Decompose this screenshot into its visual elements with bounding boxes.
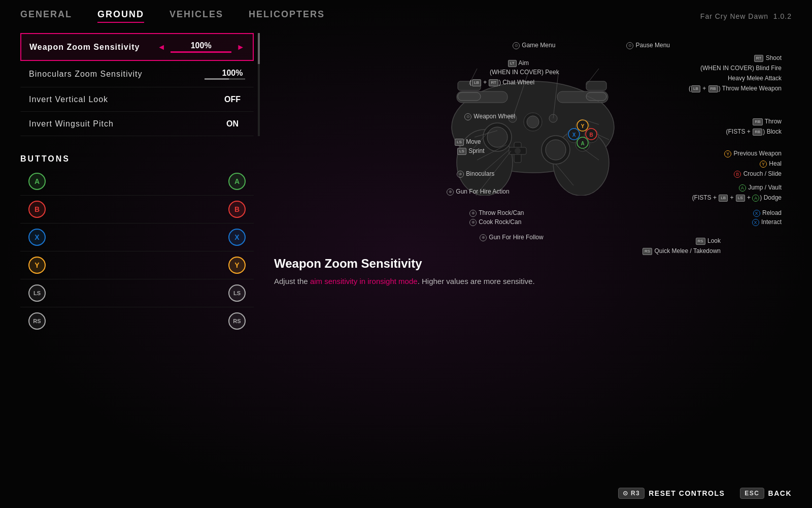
button-row-b[interactable]: B B — [20, 196, 254, 224]
rt-icon: RT — [489, 79, 498, 86]
rs-icon2: RS — [642, 248, 652, 255]
nav-tabs: GENERAL GROUND VEHICLES HELICOPTERS — [20, 9, 325, 23]
back-button[interactable]: Esc BACK — [740, 488, 792, 499]
label-throw-rock: ⊕ Throw Rock/Can — [469, 208, 524, 217]
dpad-icon: ⊕ — [457, 171, 464, 178]
svg-rect-8 — [586, 81, 606, 90]
button-row-rs[interactable]: RS RS — [20, 307, 254, 335]
btn-b-right[interactable]: B — [228, 201, 246, 218]
svg-text:X: X — [572, 132, 576, 138]
bino-zoom-value: 100% — [220, 69, 245, 78]
invert-wingsuit-value: ON — [220, 119, 245, 129]
svg-point-16 — [546, 140, 566, 160]
rb-icon: ⊙ — [626, 42, 633, 49]
svg-rect-6 — [586, 92, 606, 101]
setting-weapon-zoom-control: ◄ 100% ► — [157, 41, 245, 53]
label-cook-rock: ⊕ Cook Rock/Can — [469, 217, 521, 227]
label-shoot: RT Shoot — [754, 53, 782, 62]
right-panel: Y B A X — [264, 28, 812, 483]
back-key: Esc — [740, 488, 764, 499]
ui-root: GENERAL GROUND VEHICLES HELICOPTERS Far … — [0, 0, 812, 508]
tab-general[interactable]: GENERAL — [20, 9, 72, 23]
weapon-zoom-right-arrow[interactable]: ► — [236, 43, 245, 52]
label-binoculars: ⊕ Binoculars — [457, 169, 494, 178]
label-blind-fire: (WHEN IN COVER) Blind Fire — [700, 64, 782, 73]
svg-rect-5 — [458, 92, 481, 101]
bino-zoom-slider[interactable] — [205, 78, 245, 80]
btn-ls-right[interactable]: LS — [228, 284, 246, 302]
x-icon2: X — [752, 219, 759, 226]
tab-helicopters[interactable]: HELICOPTERS — [249, 9, 325, 23]
reset-key: ⊙ R3 — [618, 488, 645, 499]
main-content: Weapon Zoom Sensitivity ◄ 100% ► — [0, 28, 812, 483]
dpad4-icon: ⊕ — [469, 219, 477, 226]
button-row-y[interactable]: Y Y — [20, 251, 254, 279]
scrollbar-thumb — [258, 33, 260, 64]
label-heal: Y Heal — [760, 159, 782, 168]
setting-invert-wingsuit[interactable]: Invert Wingsuit Pitch ON — [20, 112, 254, 136]
svg-point-14 — [487, 127, 507, 147]
setting-bino-zoom[interactable]: Binoculars Zoom Sensitivity 100% — [20, 61, 254, 87]
label-throw: RB Throw — [752, 117, 782, 126]
bottom-bar: ⊙ R3 RESET CONTROLS Esc BACK — [0, 483, 812, 508]
btn-ls-left[interactable]: LS — [28, 284, 46, 302]
svg-text:A: A — [581, 141, 584, 146]
left-panel: Weapon Zoom Sensitivity ◄ 100% ► — [0, 28, 264, 483]
setting-invert-vertical[interactable]: Invert Vertical Look OFF — [20, 87, 254, 112]
btn-a-right[interactable]: A — [228, 173, 246, 190]
dpad5-icon: ⊕ — [480, 234, 487, 241]
view-icon: ⊙ — [464, 113, 471, 120]
tab-vehicles[interactable]: VEHICLES — [170, 9, 223, 23]
label-block: (FISTS + RB) Block — [726, 127, 782, 136]
btn-y-right[interactable]: Y — [228, 257, 246, 274]
button-row-x[interactable]: X X — [20, 224, 254, 251]
label-weapon-wheel: ⊙ Weapon Wheel — [464, 112, 515, 121]
setting-bino-zoom-label: Binoculars Zoom Sensitivity — [29, 70, 143, 79]
weapon-zoom-slider-track[interactable] — [171, 51, 231, 53]
weapon-zoom-left-arrow[interactable]: ◄ — [157, 43, 165, 52]
btn-x-left[interactable]: X — [28, 229, 46, 246]
dpad3-icon: ⊕ — [469, 210, 477, 217]
weapon-zoom-value: 100% — [188, 41, 214, 50]
button-row-a[interactable]: A A — [20, 168, 254, 196]
label-dodge: (FISTS + LB + LS + A) Dodge — [692, 193, 782, 202]
invert-vertical-value: OFF — [220, 95, 245, 104]
btn-b-left[interactable]: B — [28, 201, 46, 218]
label-peek: (WHEN IN COVER) Peek — [490, 68, 559, 77]
buttons-section-header: BUTTONS — [20, 146, 254, 168]
tab-ground[interactable]: GROUND — [97, 9, 144, 23]
a-icon: A — [739, 184, 746, 192]
lb-icon2: LB — [472, 79, 481, 86]
label-gun-hire-action: ⊕ Gun For Hire Action — [447, 187, 510, 196]
label-crouch-slide: B Crouch / Slide — [734, 169, 782, 178]
label-jump-vault: A Jump / Vault — [739, 183, 782, 192]
rb-icon2: RB — [708, 85, 718, 92]
btn-x-right[interactable]: X — [228, 229, 246, 246]
weapon-zoom-slider-fill — [171, 51, 231, 53]
lb-icon3: LB — [691, 85, 700, 92]
ls-icon2: LS — [457, 148, 466, 155]
top-bar: GENERAL GROUND VEHICLES HELICOPTERS Far … — [0, 0, 812, 28]
btn-rs-right[interactable]: RS — [228, 312, 246, 330]
setting-weapon-zoom-label: Weapon Zoom Sensitivity — [29, 43, 140, 52]
setting-invert-wingsuit-label: Invert Wingsuit Pitch — [29, 119, 114, 129]
reset-controls-button[interactable]: ⊙ R3 RESET CONTROLS — [618, 488, 725, 499]
label-sprint: LS Sprint — [457, 146, 485, 155]
rt-icon2: RT — [754, 55, 764, 62]
scrollbar[interactable] — [258, 33, 260, 136]
y-icon: Y — [724, 150, 731, 157]
btn-rs-left[interactable]: RS — [28, 312, 46, 330]
x-icon: X — [753, 210, 760, 217]
label-throw-melee: (LB + RB) Throw Melee Weapon — [689, 84, 782, 93]
btn-y-left[interactable]: Y — [28, 257, 46, 274]
setting-weapon-zoom[interactable]: Weapon Zoom Sensitivity ◄ 100% ► — [20, 33, 254, 61]
label-chat: (LB + RT) Chat Wheel — [469, 78, 534, 87]
b-icon: B — [734, 171, 741, 178]
label-pause-menu: ⊙ Pause Menu — [626, 41, 670, 50]
btn-a-left[interactable]: A — [28, 173, 46, 190]
buttons-grid: A A B B X X Y Y — [20, 168, 254, 335]
button-row-ls[interactable]: LS LS — [20, 279, 254, 307]
label-gun-hire-follow: ⊕ Gun For Hire Follow — [480, 233, 544, 242]
svg-text:B: B — [589, 132, 593, 138]
description-text: Adjust the aim sensitivity in ironsight … — [274, 276, 792, 288]
